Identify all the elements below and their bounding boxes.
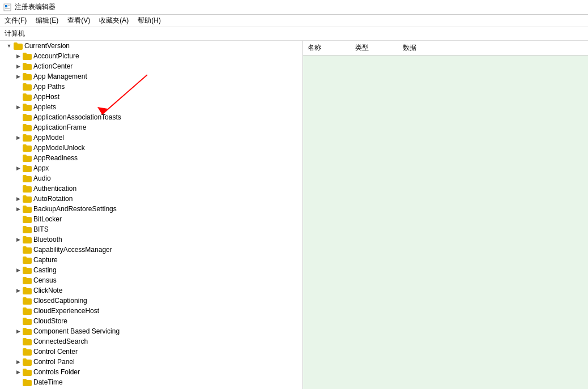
folder-icon <box>23 348 32 356</box>
tree-item-label: BitLocker <box>33 215 62 223</box>
tree-item[interactable]: ApplicationFrame <box>0 122 302 132</box>
tree-item-label: Census <box>33 276 57 284</box>
tree-item[interactable]: ▶ActionCenter <box>0 61 302 71</box>
tree-item[interactable]: ▶ClickNote <box>0 285 302 296</box>
tree-item-label: ActionCenter <box>33 62 73 70</box>
folder-icon <box>23 114 32 121</box>
expander-icon <box>14 317 23 326</box>
tree-item[interactable]: AppModelUnlock <box>0 143 302 153</box>
tree-item-label: Authentication <box>33 185 76 193</box>
expander-icon <box>14 255 23 264</box>
tree-item-label: Component Based Servicing <box>33 327 120 335</box>
expander-icon <box>14 143 23 152</box>
menu-favorites[interactable]: 收藏夹(A) <box>95 15 133 27</box>
folder-icon <box>23 175 32 182</box>
tree-item[interactable]: ▶Control Panel <box>0 357 302 367</box>
tree-item[interactable]: Capture <box>0 255 302 265</box>
folder-icon <box>23 83 32 91</box>
title-bar: 注册表编辑器 <box>0 0 588 15</box>
tree-item[interactable]: ▶App Management <box>0 71 302 82</box>
detail-header: 名称 类型 数据 <box>303 41 588 55</box>
expander-icon[interactable]: ▶ <box>14 102 23 112</box>
detail-panel: 名称 类型 数据 <box>303 41 588 389</box>
tree-item[interactable]: BitLocker <box>0 214 302 224</box>
tree-item[interactable]: Control Center <box>0 347 302 357</box>
tree-item[interactable]: ▶AppModel <box>0 132 302 143</box>
tree-item-label: ApplicationFrame <box>33 123 86 131</box>
menu-bar: 文件(F) 编辑(E) 查看(V) 收藏夹(A) 帮助(H) <box>0 15 588 27</box>
tree-item[interactable]: ▶AutoRotation <box>0 194 302 204</box>
expander-icon[interactable]: ▶ <box>14 327 23 336</box>
folder-icon <box>23 328 32 335</box>
expander-icon[interactable]: ▶ <box>14 133 23 142</box>
folder-icon <box>23 236 32 243</box>
tree-item[interactable]: ▶Appx <box>0 163 302 173</box>
tree-item[interactable]: Audio <box>0 173 302 183</box>
tree-item[interactable]: ▶BackupAndRestoreSettings <box>0 204 302 214</box>
expander-icon[interactable]: ▶ <box>14 204 23 213</box>
tree-item-label: Capture <box>33 256 58 264</box>
tree-item[interactable]: CapabilityAccessManager <box>0 245 302 255</box>
menu-file[interactable]: 文件(F) <box>0 15 31 27</box>
tree-item-label: AutoRotation <box>33 195 73 203</box>
folder-icon <box>23 144 32 152</box>
tree-item[interactable]: ConnectedSearch <box>0 336 302 347</box>
tree-item-label: BackupAndRestoreSettings <box>33 205 117 213</box>
tree-item[interactable]: ▼CurrentVersion <box>0 41 302 51</box>
expander-icon[interactable]: ▶ <box>14 266 23 275</box>
expander-icon[interactable]: ▶ <box>14 194 23 203</box>
expander-icon[interactable]: ▼ <box>5 41 14 50</box>
folder-icon <box>14 42 23 50</box>
tree-item[interactable]: ▶Bluetooth <box>0 234 302 245</box>
expander-icon[interactable]: ▶ <box>14 235 23 244</box>
folder-icon <box>23 318 32 325</box>
expander-icon[interactable]: ▶ <box>14 164 23 173</box>
col-name: 名称 <box>308 43 321 53</box>
expander-icon[interactable]: ▶ <box>14 52 23 61</box>
tree-item-label: Control Center <box>33 348 78 356</box>
expander-icon <box>14 184 23 193</box>
folder-icon <box>23 155 32 162</box>
tree-item[interactable]: ▶Controls Folder <box>0 367 302 377</box>
expander-icon <box>14 296 23 305</box>
svg-rect-3 <box>5 8 10 9</box>
tree-item[interactable]: CloudExperienceHost <box>0 306 302 316</box>
tree-item[interactable]: ▶AccountPicture <box>0 51 302 61</box>
tree-item[interactable]: Authentication <box>0 183 302 194</box>
expander-icon[interactable]: ▶ <box>14 357 23 366</box>
breadcrumb-bar: 计算机 <box>0 27 588 41</box>
tree-item-label: App Management <box>33 72 87 80</box>
menu-edit[interactable]: 编辑(E) <box>31 15 63 27</box>
tree-item[interactable]: CloudStore <box>0 316 302 326</box>
folder-icon <box>23 216 32 223</box>
tree-item[interactable]: ClosedCaptioning <box>0 296 302 306</box>
expander-icon <box>14 378 23 387</box>
folder-icon <box>23 195 32 203</box>
tree-item[interactable]: DateTime <box>0 377 302 387</box>
tree-item[interactable]: ▶Applets <box>0 102 302 112</box>
folder-icon <box>23 226 32 233</box>
expander-icon[interactable]: ▶ <box>14 62 23 71</box>
menu-view[interactable]: 查看(V) <box>63 15 95 27</box>
tree-item[interactable]: App Paths <box>0 82 302 92</box>
menu-help[interactable]: 帮助(H) <box>133 15 165 27</box>
expander-icon[interactable]: ▶ <box>14 286 23 295</box>
tree-item[interactable]: AppHost <box>0 92 302 102</box>
tree-item[interactable]: ▶Casting <box>0 265 302 275</box>
tree-panel[interactable]: ▼CurrentVersion▶AccountPicture▶ActionCen… <box>0 41 303 389</box>
expander-icon <box>14 153 23 163</box>
expander-icon <box>14 306 23 315</box>
folder-icon <box>23 73 32 80</box>
folder-icon <box>23 185 32 193</box>
tree-item[interactable]: BITS <box>0 224 302 234</box>
tree-item[interactable]: Census <box>0 275 302 285</box>
tree-item-label: Controls Folder <box>33 368 80 376</box>
folder-icon <box>23 257 32 264</box>
tree-item[interactable]: ApplicationAssociationToasts <box>0 112 302 122</box>
expander-icon <box>14 92 23 101</box>
tree-item[interactable]: AppReadiness <box>0 153 302 163</box>
folder-icon <box>23 93 32 101</box>
tree-item[interactable]: ▶Component Based Servicing <box>0 326 302 336</box>
expander-icon[interactable]: ▶ <box>14 367 23 377</box>
expander-icon[interactable]: ▶ <box>14 72 23 81</box>
